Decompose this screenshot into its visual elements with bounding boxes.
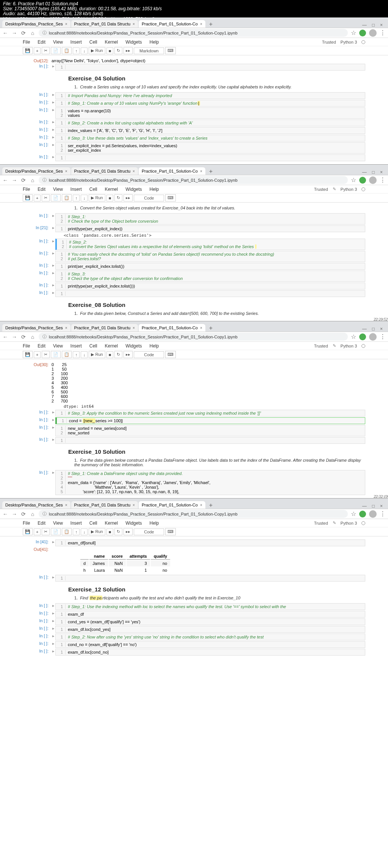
code-cell[interactable]: 12values = np.arange(10)values [55, 107, 365, 119]
output: <class 'pandas.core.series.Series'> [64, 233, 365, 238]
paste-button[interactable]: 📋 [62, 47, 72, 54]
back-icon[interactable]: ← [2, 30, 8, 36]
timestamp: 22:29:52 [373, 317, 387, 321]
close-icon[interactable]: × [380, 22, 383, 28]
run-icon[interactable]: ▸ [52, 100, 55, 107]
add-cell-button[interactable]: + [34, 47, 41, 54]
tab-1[interactable]: Desktop/Pandas_Practice_Ses× [2, 167, 70, 175]
tab-3[interactable]: Practice_Part_01_Solution-Co× [139, 20, 205, 28]
home-icon[interactable]: ⌂ [30, 30, 36, 36]
highlight: the pa [89, 596, 103, 600]
tab-2[interactable]: Practice_Part_01 Data Structu× [71, 167, 138, 175]
close-icon[interactable]: × [200, 22, 202, 26]
term-line: Audio: aac, 44100 Hz, stereo, s16, 128 k… [3, 11, 385, 16]
cut-button[interactable]: ✂ [42, 47, 50, 54]
extension-icon[interactable] [359, 30, 366, 36]
forward-icon[interactable]: → [11, 177, 17, 183]
md-text: 1.Create a Series using a range of 10 va… [74, 85, 365, 89]
restart-button[interactable]: ↻ [114, 47, 122, 54]
code-cell[interactable]: 1 [55, 154, 365, 161]
out-prompt: Out[12]: [23, 58, 52, 63]
interrupt-button[interactable]: ■ [106, 47, 114, 54]
info-icon: ⓘ [42, 30, 47, 36]
run-icon[interactable]: ▸ [52, 127, 55, 134]
tab-1[interactable]: Desktop/Pandas_Practice_Ses× [2, 20, 70, 28]
md-text: 1.Convert the Series object values creat… [74, 206, 365, 210]
forward-icon[interactable]: → [11, 30, 17, 36]
menu-file[interactable]: File [23, 39, 30, 45]
code-cell[interactable]: 1 [55, 64, 365, 71]
code-cell[interactable]: 1index_values = ['A', 'B', 'C', 'D', 'E'… [55, 127, 365, 134]
code-cell-active[interactable]: 1cond = [new_series >= 100]| [55, 417, 365, 424]
menu-cell[interactable]: Cell [89, 39, 97, 45]
bookmark-icon[interactable]: ☆ [351, 176, 356, 184]
celltype-select[interactable]: Markdown [134, 47, 164, 54]
kernel-label: Python 3 [341, 40, 357, 44]
trusted-label: Trusted [322, 40, 336, 44]
run-icon[interactable]: ▸ [52, 135, 55, 142]
run-button[interactable]: ▶ Run [89, 47, 105, 54]
close-icon[interactable]: × [133, 22, 135, 26]
code-cell[interactable]: 12# You can easily check the docstring o… [55, 251, 365, 262]
kernel-status-icon [361, 40, 365, 44]
save-button[interactable]: 💾 [23, 47, 33, 54]
browser-bar: ← → ⟳ ⌂ ⓘlocalhost:8888/notebooks/Deskto… [0, 28, 388, 38]
tab-3[interactable]: Practice_Part_01_Solution-Co× [139, 167, 205, 175]
menu-insert[interactable]: Insert [70, 39, 82, 45]
run-icon[interactable]: ▸ [52, 92, 55, 99]
browser-tabs: Desktop/Pandas_Practice_Ses× Practice_Pa… [0, 17, 388, 28]
menu-widgets[interactable]: Widgets [125, 39, 142, 45]
reload-icon[interactable]: ⟳ [20, 177, 27, 183]
command-palette-button[interactable]: ⌨ [165, 47, 176, 54]
edit-icon[interactable]: ✎ [333, 187, 336, 192]
heading: Exercise_04 Solution [68, 75, 365, 82]
run-icon[interactable]: ▸ [52, 64, 55, 71]
menu-edit[interactable]: Edit [38, 39, 45, 45]
run-icon[interactable]: ▸ [52, 154, 55, 161]
code-cell[interactable]: 1print(type(ser_explicit_index)) [55, 225, 365, 232]
new-tab-button[interactable]: + [206, 168, 216, 175]
code-cell[interactable]: 1print(ser_explicit_index.tolist()) [55, 263, 365, 270]
code-cell[interactable]: 1# Import Pandas and Numpy: Here I've al… [55, 92, 365, 99]
up-button[interactable]: ↑ [73, 47, 80, 54]
code-cell[interactable]: 1 [55, 290, 365, 297]
down-button[interactable]: ↓ [81, 47, 88, 54]
run-icon[interactable]: ▸ [52, 142, 55, 154]
menu-view[interactable]: View [53, 39, 63, 45]
menu-icon[interactable]: ⋮ [380, 29, 386, 36]
pane-2: Desktop/Pandas_Practice_Ses×Practice_Par… [0, 164, 388, 321]
code-cell[interactable]: 12ser_explicit_index = pd.Series(values,… [55, 142, 365, 154]
code-cell[interactable]: 1# Step_1: Create a array of 10 values u… [55, 100, 365, 107]
code-cell[interactable]: 1# Step_2: Create a index list using cap… [55, 120, 365, 126]
jupyter-toolbar: 💾 + ✂ 📄 📋 ↑ ↓ ▶ Run ■ ↻ ▸▸ Markdown ⌨ [0, 46, 388, 55]
new-tab-button[interactable]: + [206, 21, 216, 28]
code-cell[interactable]: 12# Step_1:# Check the type of the Objec… [55, 213, 365, 225]
code-cell[interactable]: 1# Step_3: Use these data sets 'values' … [55, 135, 365, 142]
run-icon[interactable]: ▸ [52, 107, 55, 119]
output: 0 251 502 1003 2004 3005 4006 5007 6002 … [52, 362, 365, 403]
profile-icon[interactable] [369, 29, 377, 37]
code-cell[interactable]: 12# Step_3:# Chect the type of the objec… [55, 270, 365, 282]
highlight: [new_ [83, 418, 95, 423]
url-bar[interactable]: ⓘlocalhost:8888/notebooks/Desktop/Pandas… [39, 176, 348, 184]
run-icon[interactable]: ▸ [52, 120, 55, 126]
reload-icon[interactable]: ⟳ [20, 30, 27, 36]
close-icon[interactable]: × [65, 22, 67, 26]
cursor-highlight: ​ [255, 244, 257, 249]
back-icon[interactable]: ← [2, 177, 8, 183]
url-bar[interactable]: ⓘlocalhost:8888/notebooks/Desktop/Pandas… [39, 29, 348, 37]
maximize-icon[interactable]: □ [372, 22, 375, 28]
jupyter-menu: File Edit View Insert Cell Kernel Widget… [0, 38, 388, 46]
text-cursor: | [197, 101, 200, 105]
menu-help[interactable]: Help [150, 39, 159, 45]
notebook-area: Out[12]:array(['New Delhi', 'Tokyo', 'Lo… [0, 55, 388, 164]
code-cell[interactable]: 12# Step_2:# convert the Series Oject va… [55, 239, 365, 250]
bookmark-icon[interactable]: ☆ [351, 29, 356, 36]
copy-button[interactable]: 📄 [51, 47, 61, 54]
tab-2[interactable]: Practice_Part_01 Data Structu× [71, 20, 138, 28]
minimize-icon[interactable]: — [362, 22, 367, 28]
forward-button[interactable]: ▸▸ [124, 47, 133, 54]
menu-kernel[interactable]: Kernel [105, 39, 118, 45]
code-cell[interactable]: 1print(type(ser_explicit_index.tolist())… [55, 283, 365, 289]
home-icon[interactable]: ⌂ [30, 177, 36, 183]
